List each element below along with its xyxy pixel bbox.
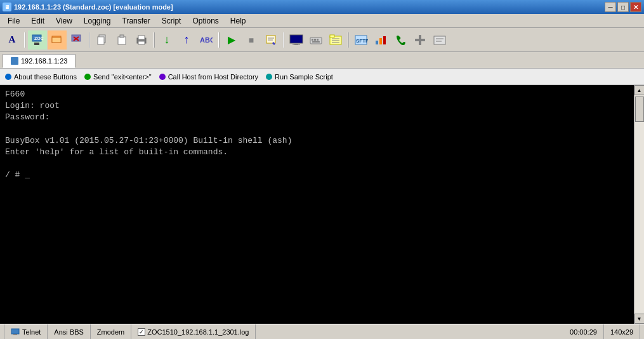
minimize-button[interactable]: ─	[605, 2, 616, 12]
toolbar-download[interactable]: ↓	[157, 30, 176, 50]
svg-rect-44	[13, 334, 17, 335]
svg-rect-20	[290, 35, 303, 43]
scrollbar-thumb[interactable]	[635, 96, 644, 122]
tab-label: 192.168.1.1:23	[21, 57, 67, 65]
svg-rect-37	[383, 36, 386, 44]
toolbar-settings[interactable]	[430, 30, 449, 50]
emulation-type: Ansi BBS	[54, 328, 83, 336]
tab-icon	[11, 57, 18, 65]
menu-view[interactable]: View	[51, 15, 77, 27]
toolbar: A ZOC ↓ ↑ ABC	[0, 28, 644, 52]
status-bar: Telnet Ansi BBS Zmodem ✓ ZOC1510_192.168…	[0, 324, 644, 339]
app-icon: 🖥	[3, 3, 11, 11]
maximize-button[interactable]: □	[617, 2, 629, 12]
protocol-type: Zmodem	[97, 328, 124, 336]
toolbar-host-directory[interactable]	[326, 30, 345, 50]
svg-rect-25	[314, 39, 316, 41]
title-bar: 🖥 192.168.1.1:23 (Standard.zoc) [evaluat…	[0, 0, 644, 14]
svg-rect-26	[317, 39, 319, 41]
dot-call-host	[159, 74, 166, 80]
button-bar: About these Buttons Send "exit<enter>" C…	[0, 69, 644, 85]
window-controls[interactable]: ─ □ ✕	[605, 2, 641, 12]
toolbar-separator-5	[283, 32, 284, 48]
toolbar-separator-4	[218, 32, 220, 48]
toolbar-print[interactable]	[132, 30, 151, 50]
menu-edit[interactable]: Edit	[26, 15, 49, 27]
terminal-cursor: _	[25, 170, 30, 181]
svg-rect-9	[98, 37, 104, 44]
dot-about	[5, 74, 11, 80]
toolbar-abc[interactable]: ABC	[197, 30, 216, 50]
toolbar-phone[interactable]	[391, 30, 410, 50]
script-btn-exit[interactable]: Send "exit<enter>"	[84, 73, 152, 81]
svg-rect-39	[415, 39, 425, 41]
status-time: 00:00:29	[563, 324, 604, 339]
label-call-host: Call Host from Host Directory	[168, 73, 258, 81]
toolbar-copy[interactable]	[93, 30, 112, 50]
toolbar-open-session[interactable]	[48, 30, 67, 50]
scrollbar-down-button[interactable]: ▼	[634, 314, 645, 324]
toolbar-bar-chart[interactable]	[371, 30, 390, 50]
terminal-output[interactable]: F660 Login: root Password: BusyBox v1.01…	[0, 85, 634, 324]
terminal-wrapper: F660 Login: root Password: BusyBox v1.01…	[0, 85, 644, 324]
svg-text:ABC: ABC	[200, 36, 213, 44]
close-button[interactable]: ✕	[630, 2, 641, 12]
connection-type: Telnet	[22, 328, 41, 336]
label-exit: Send "exit<enter>"	[93, 73, 152, 81]
script-btn-call-host[interactable]: Call Host from Host Directory	[159, 73, 258, 81]
logfile-checkbox[interactable]: ✓	[138, 328, 145, 336]
script-btn-sample-script[interactable]: Run Sample Script	[266, 73, 333, 81]
svg-rect-40	[434, 36, 445, 44]
tab-session[interactable]: 192.168.1.1:23	[3, 54, 76, 68]
svg-rect-13	[138, 36, 145, 39]
status-logfile-item: ✓ ZOC1510_192.168.1.1_2301.log	[131, 324, 256, 339]
status-connection: Telnet	[4, 324, 48, 339]
toolbar-separator-1	[24, 32, 25, 48]
svg-rect-14	[138, 41, 145, 44]
window-title: 192.168.1.1:23 (Standard.zoc) [evaluatio…	[14, 3, 173, 11]
logfile-name: ZOC1510_192.168.1.1_2301.log	[147, 328, 249, 336]
toolbar-separator-6	[348, 32, 349, 48]
status-emulation: Ansi BBS	[48, 324, 90, 339]
status-dimensions: 140x29	[604, 324, 640, 339]
toolbar-keyboard[interactable]	[306, 30, 325, 50]
menu-bar: File Edit View Logging Transfer Script O…	[0, 14, 644, 28]
toolbar-tools[interactable]	[411, 30, 430, 50]
toolbar-macro-edit[interactable]	[261, 30, 280, 50]
scrollbar[interactable]: ▲ ▼	[634, 85, 644, 324]
toolbar-upload[interactable]: ↑	[177, 30, 196, 50]
scrollbar-up-button[interactable]: ▲	[634, 85, 645, 95]
toolbar-paste[interactable]	[112, 30, 131, 50]
toolbar-macro-stop[interactable]: ■	[242, 30, 261, 50]
svg-rect-36	[379, 38, 382, 44]
svg-rect-16	[266, 36, 275, 43]
svg-rect-29	[330, 35, 334, 37]
toolbar-close-session[interactable]	[67, 30, 86, 50]
menu-script[interactable]: Script	[157, 15, 187, 27]
menu-options[interactable]: Options	[187, 15, 223, 27]
toolbar-screen[interactable]	[287, 30, 306, 50]
menu-logging[interactable]: Logging	[79, 15, 116, 27]
toolbar-macro-run[interactable]: ▶	[222, 30, 241, 50]
svg-text:SFTP: SFTP	[356, 38, 368, 44]
dot-sample-script	[266, 74, 272, 80]
menu-file[interactable]: File	[3, 15, 25, 27]
toolbar-separator-2	[89, 32, 90, 48]
status-protocol: Zmodem	[91, 324, 131, 339]
scrollbar-track[interactable]	[634, 95, 645, 314]
computer-icon	[11, 328, 20, 336]
dot-exit	[84, 74, 91, 80]
menu-help[interactable]: Help	[225, 15, 251, 27]
toolbar-sftp[interactable]: SFTP	[352, 30, 371, 50]
script-btn-about[interactable]: About these Buttons	[5, 73, 77, 81]
label-sample-script: Run Sample Script	[275, 73, 333, 81]
svg-rect-22	[292, 44, 300, 45]
toolbar-font-button[interactable]: A	[3, 30, 22, 50]
toolbar-new-session[interactable]: ZOC	[28, 30, 47, 50]
label-about: About these Buttons	[14, 73, 77, 81]
toolbar-separator-3	[154, 32, 155, 48]
svg-rect-35	[376, 41, 378, 44]
svg-rect-10	[118, 37, 126, 44]
menu-transfer[interactable]: Transfer	[117, 15, 155, 27]
svg-rect-1	[34, 43, 39, 45]
